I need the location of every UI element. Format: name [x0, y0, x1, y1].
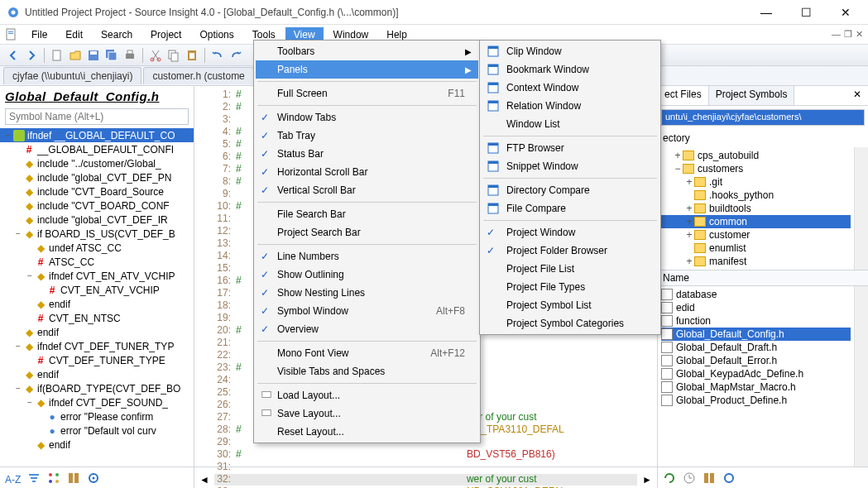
undo-button[interactable]	[209, 47, 226, 64]
paste-button[interactable]	[184, 47, 200, 64]
symbol-tree-item[interactable]: #CVT_EN_ATV_VCHIP	[0, 283, 194, 297]
symbol-tree-item[interactable]: −◆if(BOARD_TYPE(CVT_DEF_BO	[0, 381, 194, 395]
copy-button[interactable]	[165, 47, 182, 64]
tab-project-symbols[interactable]: Project Symbols	[709, 86, 795, 105]
menu-item[interactable]: Toolbars▶	[256, 42, 478, 60]
symbol-tree-item[interactable]: −ifndef __GLOBAL_DEFAULT_CO	[0, 128, 194, 142]
menu-project[interactable]: Project	[142, 27, 189, 42]
symbol-tree-item[interactable]: ◆undef ATSC_CC	[0, 241, 194, 255]
file-list-item[interactable]: function	[661, 314, 851, 328]
settings-button[interactable]	[87, 471, 100, 487]
book-button[interactable]	[67, 471, 80, 487]
file-list-item[interactable]: Global_Default_Error.h	[661, 354, 851, 367]
print-button[interactable]	[122, 47, 138, 64]
file-list-item[interactable]: Global_KeypadAdc_Define.h	[661, 367, 851, 380]
menu-edit[interactable]: Edit	[57, 27, 91, 42]
submenu-item[interactable]: Project Symbol List	[482, 296, 659, 314]
file-list-item[interactable]: Global_Default_Draft.h	[661, 341, 851, 354]
filelist-scrollbar[interactable]	[854, 286, 868, 466]
folder-tree-item[interactable]: +manifest	[661, 255, 851, 268]
submenu-item[interactable]: Bookmark Window	[482, 60, 659, 79]
folder-tree-item[interactable]: .hooks_python	[661, 189, 851, 202]
symbol-tree-item[interactable]: ◆endif	[0, 325, 194, 339]
tab-project-files[interactable]: ect Files	[658, 86, 709, 105]
symbol-tree-item[interactable]: −◆ifndef CVT_DEF_SOUND_	[0, 395, 194, 409]
symbol-tree-item[interactable]: ◆include "global_CVT_DEF_PN	[0, 170, 194, 184]
folder-tree-item[interactable]: +common	[661, 215, 851, 228]
menu-item[interactable]: Panels▶	[256, 60, 478, 79]
save-button[interactable]	[85, 47, 102, 64]
clock-button[interactable]	[683, 471, 696, 487]
forward-button[interactable]	[23, 47, 40, 64]
menu-item[interactable]: Visible Tabs and Spaces	[256, 362, 478, 380]
symbol-tree-item[interactable]: #ATSC_CC	[0, 255, 194, 269]
mdi-minimize-icon[interactable]: —	[832, 29, 841, 40]
folder-tree-item[interactable]: +customer	[661, 228, 851, 242]
panel-close-button[interactable]: ✕	[846, 86, 868, 105]
menu-item[interactable]: Load Layout...	[256, 386, 478, 404]
submenu-item[interactable]: Snippet Window	[482, 157, 659, 175]
group-button[interactable]	[47, 471, 60, 487]
menu-options[interactable]: Options	[191, 27, 242, 42]
document-tab[interactable]: cjyfae (\\ubuntu\i_chenjiayi)	[3, 67, 141, 84]
symbol-tree-item[interactable]: −◆ifndef CVT_EN_ATV_VCHIP	[0, 269, 194, 283]
close-button[interactable]: ✕	[833, 6, 858, 19]
menu-item[interactable]: ✓Show Outlining	[256, 266, 478, 284]
menu-file[interactable]: File	[23, 27, 55, 42]
new-file-button[interactable]	[49, 47, 65, 64]
menu-item[interactable]: ✓Show Nesting Lines	[256, 284, 478, 302]
submenu-item[interactable]: Directory Compare	[482, 181, 659, 199]
symbol-tree-item[interactable]: ●error "Default vol curv	[0, 423, 194, 438]
refresh-button[interactable]	[663, 471, 676, 487]
sort-az-button[interactable]: A-Z	[5, 474, 21, 486]
submenu-item[interactable]: File Compare	[482, 199, 659, 218]
book2-button[interactable]	[703, 471, 716, 487]
back-button[interactable]	[5, 47, 22, 64]
menu-item[interactable]: ✓Horizontal Scroll Bar	[256, 163, 478, 181]
symbol-tree-item[interactable]: −◆if BOARD_IS_US(CVT_DEF_B	[0, 227, 194, 241]
folder-tree-item[interactable]: +buildtools	[661, 202, 851, 215]
file-list-item[interactable]: Global_MapMstar_Macro.h	[661, 380, 851, 394]
file-list-item[interactable]: edid	[661, 301, 851, 314]
symbol-tree-item[interactable]: −◆ifndef CVT_DEF_TUNER_TYP	[0, 339, 194, 353]
menu-item[interactable]: ✓Line Numbers	[256, 247, 478, 266]
menu-item[interactable]: Full ScreenF11	[256, 84, 478, 103]
menu-item[interactable]: ✓Status Bar	[256, 145, 478, 163]
submenu-item[interactable]: Clip Window	[482, 42, 659, 60]
menu-item[interactable]: Save Layout...	[256, 404, 478, 423]
settings2-button[interactable]	[722, 471, 736, 487]
submenu-item[interactable]: Window List	[482, 115, 659, 133]
symbol-tree[interactable]: −ifndef __GLOBAL_DEFAULT_CO#__GLOBAL_DEF…	[0, 127, 194, 466]
symbol-tree-item[interactable]: ◆include "CVT_Board_Source	[0, 184, 194, 199]
file-list-item[interactable]: Global_Product_Define.h	[661, 394, 851, 407]
menu-item[interactable]: ✓Vertical Scroll Bar	[256, 181, 478, 199]
project-path[interactable]: untu\i_chenjiayi\cjyfae\customers\	[661, 109, 865, 126]
folder-tree-item[interactable]: −customers	[661, 162, 851, 175]
submenu-item[interactable]: ✓Project Folder Browser	[482, 242, 659, 260]
symbol-tree-item[interactable]: ●error "Please confirm	[0, 409, 194, 423]
menu-item[interactable]: ✓Window Tabs	[256, 108, 478, 127]
submenu-item[interactable]: Project File Types	[482, 278, 659, 296]
file-list[interactable]: databaseedidfunctionGlobal_Default_Confi…	[658, 286, 854, 466]
menu-item[interactable]: ✓Overview	[256, 320, 478, 338]
symbol-tree-item[interactable]: #__GLOBAL_DEFAULT_CONFI	[0, 142, 194, 156]
symbol-tree-item[interactable]: ◆include "global_CVT_DEF_IR	[0, 213, 194, 227]
symbol-search-input[interactable]	[5, 108, 189, 125]
menu-item[interactable]: Reset Layout...	[256, 423, 478, 441]
filter-button[interactable]	[27, 471, 41, 487]
mdi-close-icon[interactable]: ✕	[856, 29, 863, 40]
symbol-tree-item[interactable]: ◆endif	[0, 297, 194, 311]
menu-item[interactable]: Project Search Bar	[256, 223, 478, 242]
symbol-tree-item[interactable]: ◆endif	[0, 438, 194, 452]
submenu-item[interactable]: Project File List	[482, 260, 659, 278]
folder-tree-item[interactable]: enumlist	[661, 242, 851, 255]
file-list-item[interactable]: Global_Default_Config.h	[661, 328, 851, 341]
submenu-item[interactable]: Relation Window	[482, 97, 659, 115]
submenu-item[interactable]: Context Window	[482, 79, 659, 97]
folder-scrollbar[interactable]	[854, 147, 868, 270]
mdi-restore-icon[interactable]: ❐	[844, 29, 852, 40]
redo-button[interactable]	[228, 47, 244, 64]
folder-tree-item[interactable]: +cps_autobuild	[661, 149, 851, 162]
open-file-button[interactable]	[67, 47, 84, 64]
menu-item[interactable]: File Search Bar	[256, 205, 478, 223]
